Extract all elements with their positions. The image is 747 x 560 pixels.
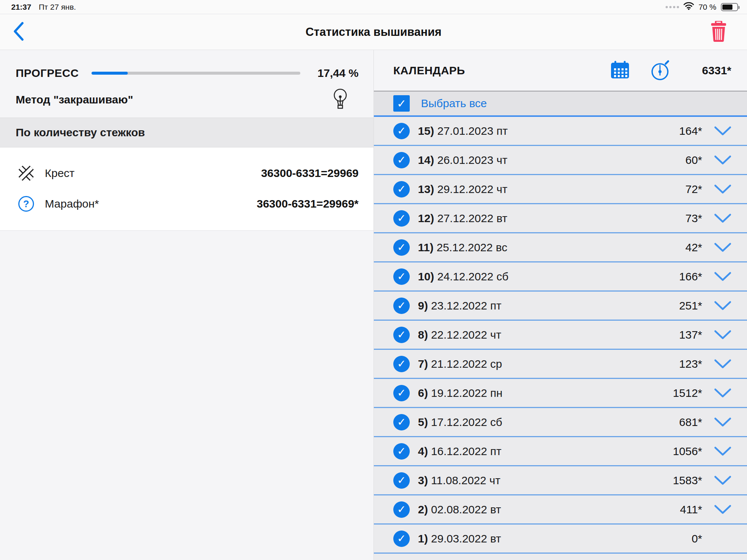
statistics-panel: ПРОГРЕСС 17,44 % Метод "закрашиваю" — [0, 50, 374, 560]
chevron-down-icon[interactable] — [714, 301, 731, 311]
chevron-down-icon[interactable] — [714, 272, 731, 281]
select-all-row[interactable]: ✓ Выбрать все — [374, 91, 747, 117]
row-checkbox-icon[interactable]: ✓ — [393, 239, 410, 256]
calendar-row[interactable]: ✓ 15) 27.01.2023 пт 164* — [374, 117, 747, 146]
row-checkbox-icon[interactable]: ✓ — [393, 298, 410, 314]
row-number: 7) — [418, 358, 428, 370]
chevron-down-icon[interactable] — [714, 126, 731, 136]
calendar-row[interactable]: ✓ 10) 24.12.2022 сб 166* — [374, 262, 747, 292]
calendar-row[interactable]: ✓ 14) 26.01.2023 чт 60* — [374, 146, 747, 175]
calendar-rows: ✓ 15) 27.01.2023 пт 164* ✓ 14) 26.01.202… — [374, 117, 747, 560]
calendar-panel: КАЛЕНДАРЬ — [374, 50, 747, 560]
chevron-down-icon[interactable] — [714, 417, 731, 427]
calendar-icon — [611, 61, 629, 80]
calendar-row[interactable]: ✓ 11) 25.12.2022 вс 42* — [374, 233, 747, 262]
marathon-value: 36300-6331=29969* — [257, 197, 359, 210]
chevron-down-icon[interactable] — [714, 505, 731, 514]
progress-label: ПРОГРЕСС — [16, 67, 79, 80]
row-count: 166* — [679, 270, 702, 283]
row-checkbox-icon[interactable]: ✓ — [393, 210, 410, 227]
row-checkbox-icon[interactable]: ✓ — [393, 501, 410, 518]
status-bar: 21:37 Пт 27 янв. 70 % — [0, 0, 747, 14]
row-date: 02.08.2022 вт — [428, 503, 501, 516]
row-count: 1583* — [673, 474, 702, 487]
row-count: 164* — [679, 125, 702, 137]
row-number: 13) — [418, 183, 434, 195]
stopwatch-icon — [650, 59, 670, 82]
select-all-checkbox[interactable]: ✓ — [393, 95, 410, 112]
row-number: 1) — [418, 532, 428, 545]
timer-view-button[interactable] — [650, 59, 670, 82]
calendar-row[interactable]: ✓ 7) 21.12.2022 ср 123* — [374, 350, 747, 379]
row-checkbox-icon[interactable]: ✓ — [393, 472, 410, 489]
page-title: Статистика вышивания — [0, 25, 747, 39]
calendar-row[interactable]: ✓ 13) 29.12.2022 чт 72* — [374, 175, 747, 204]
row-checkbox-icon[interactable]: ✓ — [393, 356, 410, 372]
chevron-down-icon[interactable] — [714, 330, 731, 340]
row-date: 29.03.2022 вт — [428, 532, 501, 545]
method-label: Метод "закрашиваю" — [16, 93, 133, 106]
hint-button[interactable] — [332, 88, 348, 111]
chevron-down-icon[interactable] — [714, 155, 731, 165]
cellular-signal-icon — [666, 6, 679, 8]
row-count: 72* — [685, 183, 702, 196]
row-number: 14) — [418, 154, 434, 166]
row-number: 12) — [418, 212, 434, 224]
row-checkbox-icon[interactable]: ✓ — [393, 123, 410, 139]
wifi-icon — [684, 2, 694, 12]
stitch-count-mode-row[interactable]: По количеству стежков — [0, 118, 374, 147]
battery-percent: 70 % — [698, 3, 716, 12]
row-checkbox-icon[interactable]: ✓ — [393, 327, 410, 343]
chevron-down-icon[interactable] — [714, 447, 731, 456]
calendar-row[interactable]: ✓ 4) 16.12.2022 пт 1056* — [374, 437, 747, 466]
battery-icon — [721, 3, 738, 11]
chevron-down-icon[interactable] — [714, 476, 731, 485]
chevron-down-icon[interactable] — [714, 388, 731, 398]
chevron-down-icon[interactable] — [714, 214, 731, 223]
stitch-count-mode-label: По количеству стежков — [16, 126, 145, 139]
row-checkbox-icon[interactable]: ✓ — [393, 443, 410, 460]
row-date: 24.12.2022 сб — [434, 270, 508, 283]
chevron-down-icon[interactable] — [714, 184, 731, 194]
chevron-left-icon — [13, 22, 24, 43]
row-count: 60* — [685, 154, 702, 167]
row-count: 137* — [679, 329, 702, 341]
row-count: 251* — [679, 299, 702, 312]
row-count: 1512* — [673, 387, 702, 399]
calendar-row[interactable]: ✓ 9) 23.12.2022 пт 251* — [374, 292, 747, 321]
row-checkbox-icon[interactable]: ✓ — [393, 414, 410, 430]
calendar-total-count: 6331* — [702, 64, 731, 77]
row-checkbox-icon[interactable]: ✓ — [393, 181, 410, 197]
row-number: 9) — [418, 299, 428, 312]
row-count: 411* — [680, 503, 702, 516]
row-number: 5) — [418, 416, 428, 428]
calendar-row[interactable]: ✓ 2) 02.08.2022 вт 411* — [374, 495, 747, 525]
chevron-down-icon[interactable] — [714, 243, 731, 252]
calendar-row[interactable]: ✓ 8) 22.12.2022 чт 137* — [374, 321, 747, 350]
row-date: 27.12.2022 вт — [434, 212, 507, 224]
row-date: 29.12.2022 чт — [434, 183, 507, 195]
calendar-row[interactable]: ✓ 12) 27.12.2022 вт 73* — [374, 204, 747, 233]
row-checkbox-icon[interactable]: ✓ — [393, 152, 410, 168]
question-icon[interactable]: ? — [16, 196, 37, 212]
stitch-totals-block: Крест 36300-6331=29969 ? Марафон* 36300-… — [0, 147, 374, 231]
calendar-row[interactable]: ✓ 5) 17.12.2022 сб 681* — [374, 408, 747, 437]
calendar-view-button[interactable] — [611, 61, 629, 80]
row-checkbox-icon[interactable]: ✓ — [393, 531, 410, 547]
calendar-row[interactable]: ✓ 6) 19.12.2022 пн 1512* — [374, 379, 747, 408]
row-date: 16.12.2022 пт — [428, 445, 502, 457]
status-date: Пт 27 янв. — [39, 3, 76, 12]
trash-button[interactable] — [710, 21, 728, 43]
back-button[interactable] — [13, 21, 28, 43]
chevron-down-icon[interactable] — [714, 359, 731, 369]
nav-bar: Статистика вышивания — [0, 14, 747, 50]
row-date: 11.08.2022 чт — [428, 474, 500, 486]
calendar-row[interactable]: ✓ 1) 29.03.2022 вт 0* — [374, 525, 747, 554]
row-checkbox-icon[interactable]: ✓ — [393, 385, 410, 401]
progress-bar — [92, 72, 300, 75]
row-date: 17.12.2022 сб — [428, 416, 502, 428]
calendar-row[interactable]: ✓ 3) 11.08.2022 чт 1583* — [374, 466, 747, 495]
row-date: 25.12.2022 вс — [434, 241, 507, 253]
row-checkbox-icon[interactable]: ✓ — [393, 268, 410, 285]
row-count: 73* — [685, 212, 702, 225]
